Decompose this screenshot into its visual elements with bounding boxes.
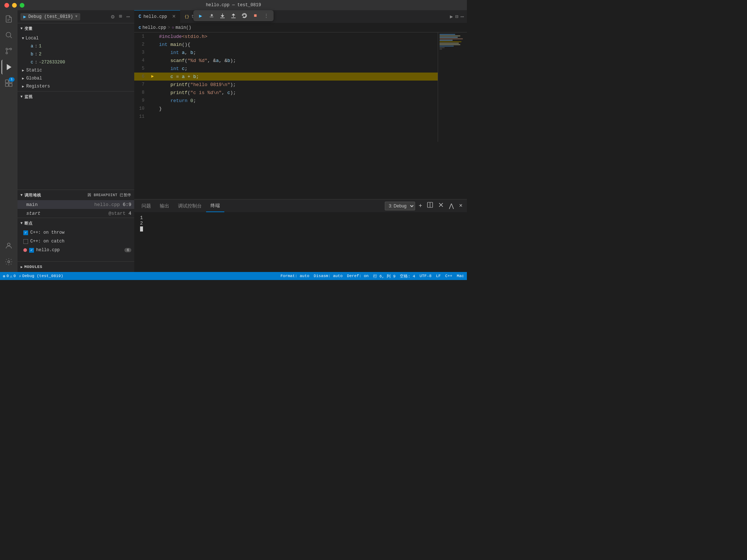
status-debug[interactable]: ⚡ Debug (test_0819) [19, 274, 63, 279]
panel-tab-bar: 问题 输出 调试控制台 终端 3: Debug + [134, 199, 467, 212]
editor-split-button[interactable]: ⊟ [455, 13, 458, 20]
gear-config-icon[interactable]: ⚙ [109, 12, 116, 21]
breadcrumb-file[interactable]: C hello.cpp [139, 25, 166, 30]
code-line-5: 5 int c; [134, 65, 467, 73]
callstack-item-main[interactable]: main hello.cpp 6:9 [18, 200, 134, 209]
var-item-c[interactable]: c : -272633200 [20, 58, 134, 66]
tab-hellocpp[interactable]: C hello.cpp × [134, 10, 180, 23]
breakpoints-section: ▼ 断点 ✓ C++: on throw C++: on catch ✓ hel… [18, 218, 134, 262]
registers-group-header[interactable]: ▼ Registers [20, 82, 134, 90]
var-item-b[interactable]: b : 2 [20, 50, 134, 58]
split-terminal-button[interactable] [426, 201, 434, 210]
extensions-badge: 1 [9, 77, 15, 82]
local-group-header[interactable]: ▼ Local [20, 34, 134, 42]
code-line-9: 9 return 0; [134, 97, 467, 105]
status-errors[interactable]: ⊗ 0 ⚠ 0 [3, 274, 16, 279]
debug-launch-bar: ▶ Debug (test_0819) ▼ ⚙ ⊞ ⋯ [18, 10, 134, 23]
panel-tab-output[interactable]: 输出 [155, 199, 174, 212]
kill-terminal-button[interactable] [437, 201, 445, 210]
registers-chevron-icon: ▼ [21, 85, 25, 88]
static-chevron-icon: ▼ [21, 69, 25, 71]
sidebar: ▶ Debug (test_0819) ▼ ⚙ ⊞ ⋯ ▼ 变量 ▼ [18, 10, 134, 272]
static-group-header[interactable]: ▼ Static [20, 66, 134, 74]
continue-button[interactable]: ▶ [196, 11, 206, 20]
titlebar: hello.cpp — test_0819 [0, 0, 467, 10]
panel-tab-debug-console[interactable]: 调试控制台 [174, 199, 206, 212]
settings-icon[interactable] [1, 254, 16, 269]
step-out-button[interactable] [228, 11, 239, 20]
terminal-content[interactable]: 1 2 [134, 212, 467, 272]
status-encoding[interactable]: UTF-8 [419, 274, 431, 278]
callstack-header[interactable]: ▼ 调用堆栈 因 BREAKPOINT 已暂停 [18, 190, 134, 200]
modules-header[interactable]: ▼ MODULES [18, 262, 134, 272]
panel-tab-problems[interactable]: 问题 [137, 199, 155, 212]
sidebar-item-search[interactable] [1, 28, 16, 42]
bp-checkbox-catch[interactable] [23, 239, 28, 244]
bp-checkbox-throw[interactable]: ✓ [23, 230, 28, 235]
bp-checkbox-hellocpp[interactable]: ✓ [29, 248, 34, 253]
panel-tab-terminal[interactable]: 终端 [206, 199, 224, 212]
error-icon: ⊗ [3, 274, 5, 279]
modules-chevron-icon: ▼ [20, 266, 24, 268]
sidebar-item-extensions[interactable]: 1 [1, 76, 16, 90]
close-button[interactable] [4, 3, 9, 8]
account-icon[interactable] [1, 238, 16, 253]
svg-point-10 [7, 243, 10, 246]
status-position[interactable]: 行 6, 列 9 [373, 273, 396, 279]
terminal-cursor [140, 226, 143, 232]
breakpoints-chevron-icon: ▼ [20, 221, 23, 225]
tab-icon-tasksjson: {} [185, 15, 189, 19]
watch-chevron-icon: ▼ [20, 95, 23, 99]
status-deref[interactable]: Deref: on [347, 274, 368, 278]
terminal-select[interactable]: 3: Debug [385, 202, 415, 210]
editor-run-button[interactable]: ▶ [450, 13, 453, 20]
status-eol[interactable]: LF [436, 274, 441, 278]
stop-button[interactable]: ■ [250, 11, 260, 20]
svg-point-5 [10, 48, 12, 50]
breakpoints-header[interactable]: ▼ 断点 [18, 218, 134, 228]
maximize-panel-button[interactable]: ⋀ [448, 202, 455, 210]
tab-close-hellocpp[interactable]: × [172, 13, 176, 20]
close-panel-button[interactable]: × [457, 202, 464, 210]
watch-header[interactable]: ▼ 监视 [18, 92, 134, 102]
sidebar-item-run-debug[interactable] [1, 60, 16, 74]
local-chevron-icon: ▼ [22, 36, 24, 40]
status-disasm[interactable]: Disasm: auto [314, 274, 342, 278]
debug-config-button[interactable]: ▶ Debug (test_0819) ▼ [20, 13, 80, 20]
breadcrumb-function[interactable]: ○ main() [172, 25, 191, 30]
code-line-11: 11 [134, 113, 467, 121]
breakpoint-item-cpp-catch[interactable]: C++: on catch [18, 237, 134, 246]
new-terminal-button[interactable]: + [417, 202, 424, 210]
window-title: hello.cpp — test_0819 [206, 3, 261, 8]
step-into-button[interactable] [217, 11, 228, 20]
var-item-a[interactable]: a : 1 [20, 42, 134, 50]
minimize-button[interactable] [12, 3, 17, 8]
global-group-header[interactable]: ▼ Global [20, 74, 134, 82]
breakpoint-item-hellocpp[interactable]: ✓ hello.cpp 6 [18, 246, 134, 254]
step-over-button[interactable] [206, 11, 217, 20]
sidebar-item-explorer[interactable] [1, 12, 16, 26]
breakpoint-item-cpp-throw[interactable]: ✓ C++: on throw [18, 228, 134, 237]
activity-bar: 1 [0, 10, 18, 272]
variables-header[interactable]: ▼ 变量 [18, 23, 134, 34]
variables-section: ▼ 变量 ▼ Local a : 1 b [18, 23, 134, 92]
code-line-8: 8 printf("c is %d\n", c); [134, 89, 467, 97]
maximize-button[interactable] [20, 3, 24, 8]
breadcrumb: C hello.cpp > ○ main() [134, 23, 467, 32]
registers-group: ▼ Registers [18, 82, 134, 90]
add-config-icon[interactable]: ⊞ [117, 12, 123, 21]
status-format[interactable]: Format: auto [280, 274, 309, 278]
debug-float-toolbar: ▶ ■ ⋮ [193, 10, 274, 21]
code-editor[interactable]: 1 #include<stdio.h> 2 int main(){ 3 [134, 32, 467, 199]
sidebar-item-source-control[interactable] [1, 44, 16, 58]
status-language[interactable]: C++ [445, 274, 452, 278]
more-config-icon[interactable]: ⋯ [125, 12, 131, 21]
restart-button[interactable] [239, 11, 249, 20]
editor-more-button[interactable]: ⋯ [460, 13, 464, 20]
svg-rect-6 [5, 80, 8, 83]
static-group: ▼ Static [18, 66, 134, 74]
status-schema[interactable]: Mac [457, 274, 464, 278]
bp-dot-icon [23, 248, 27, 252]
status-spaces[interactable]: 空格: 4 [400, 273, 415, 279]
callstack-item-start[interactable]: start @start 4 [18, 209, 134, 218]
